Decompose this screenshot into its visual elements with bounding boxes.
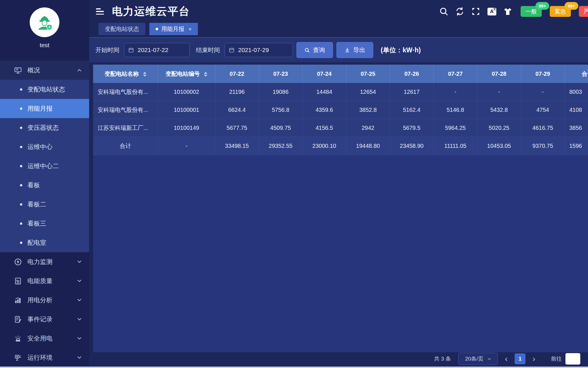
sidebar-item-label: 事件记录 bbox=[27, 315, 53, 324]
fullscreen-icon[interactable] bbox=[471, 7, 481, 16]
sidebar-item-dashboard-2[interactable]: 看板二 bbox=[0, 195, 89, 214]
calendar-icon bbox=[229, 47, 234, 53]
value-cell: 5020.25 bbox=[477, 119, 521, 137]
value-cell: 19448.80 bbox=[346, 137, 390, 155]
search-icon[interactable] bbox=[439, 7, 449, 16]
energy-report-table: 变配电站名称 变配电站编号 07-22 07-23 07-24 07-25 07… bbox=[93, 65, 588, 155]
chevron-down-icon bbox=[77, 337, 82, 340]
value-cell: 5432.8 bbox=[477, 101, 521, 119]
column-label: 变配电站编号 bbox=[166, 71, 200, 77]
language-icon[interactable]: A 文 bbox=[487, 7, 497, 16]
goto-page-input[interactable] bbox=[565, 353, 580, 365]
value-cell: 12617 bbox=[390, 83, 434, 101]
pagination: 共 3 条 20条/页 ‹ 1 › 前往 bbox=[434, 352, 580, 365]
bullet-icon bbox=[20, 88, 22, 91]
sidebar-item-distribution-room[interactable]: 配电室 bbox=[0, 233, 89, 252]
total-value-cell: 3856 bbox=[565, 119, 588, 137]
value-cell: 4754 bbox=[521, 101, 565, 119]
filter-toolbar: 开始时间 2021-07-22 结束时间 2021-07-29 查询 bbox=[89, 37, 588, 62]
chevron-down-icon bbox=[77, 356, 82, 359]
submenu-label: 看板二 bbox=[27, 200, 46, 209]
calendar-icon bbox=[128, 47, 134, 53]
sidebar-item-dashboard-3[interactable]: 看板三 bbox=[0, 214, 89, 233]
value-cell: 5964.25 bbox=[434, 119, 477, 137]
sidebar-item-ops-center-2[interactable]: 运维中心二 bbox=[0, 156, 89, 176]
chevron-down-icon bbox=[77, 279, 82, 283]
prev-page-arrow[interactable]: ‹ bbox=[505, 355, 507, 363]
table-row: 江苏安科瑞新工厂... 10100149 5677.75 4509.75 415… bbox=[93, 119, 588, 137]
alert-badge-general: 99+ bbox=[535, 2, 549, 10]
pagination-total: 共 3 条 bbox=[434, 355, 451, 363]
submenu-label: 运维中心二 bbox=[27, 162, 59, 170]
sidebar-item-transformer-status[interactable]: 变压器状态 bbox=[0, 118, 89, 137]
sort-carets-icon[interactable] bbox=[143, 72, 147, 77]
tab-label: 用能月报 bbox=[161, 25, 184, 33]
next-page-arrow[interactable]: › bbox=[533, 355, 535, 363]
sidebar-item-overview[interactable]: 概况 bbox=[0, 61, 89, 80]
end-time-label: 结束时间 bbox=[196, 46, 220, 54]
sidebar-item-power-monitoring[interactable]: 电力监测 bbox=[0, 252, 89, 271]
station-code-cell: 10100002 bbox=[158, 83, 215, 101]
value-cell: 11111.05 bbox=[434, 137, 477, 155]
theme-shirt-icon[interactable] bbox=[503, 7, 513, 16]
report-table-panel: 变配电站名称 变配电站编号 07-22 07-23 07-24 07-25 07… bbox=[93, 65, 588, 352]
tab-energy-monthly-report[interactable]: 用能月报 × bbox=[149, 23, 198, 35]
bottom-scrollbar-strip[interactable] bbox=[0, 367, 588, 368]
column-header-date: 07-24 bbox=[302, 65, 346, 83]
query-button[interactable]: 查询 bbox=[296, 42, 333, 58]
tab-close-icon[interactable]: × bbox=[188, 26, 192, 32]
sidebar-item-consumption-analysis[interactable]: 用电分析 bbox=[0, 291, 89, 310]
alarm-siren-icon bbox=[14, 334, 22, 343]
page-size-select[interactable]: 20条/页 bbox=[458, 353, 498, 365]
table-total-row: 合计 - 33498.15 29352.55 23000.10 19448.80… bbox=[93, 137, 588, 155]
alert-button-urgent[interactable]: 紧急 99+ bbox=[550, 6, 571, 17]
bullet-icon bbox=[20, 203, 22, 206]
sidebar-item-dashboard[interactable]: 看板 bbox=[0, 176, 89, 195]
value-cell: 3852.8 bbox=[346, 101, 390, 119]
sidebar-item-energy-monthly-report[interactable]: 用能月报 bbox=[0, 99, 89, 118]
sidebar-item-ops-center[interactable]: 运维中心 bbox=[0, 137, 89, 156]
sidebar-item-event-records[interactable]: 事件记录 bbox=[0, 310, 89, 329]
value-cell: 12654 bbox=[346, 83, 390, 101]
value-cell: 4616.75 bbox=[521, 119, 565, 137]
column-header-station-name[interactable]: 变配电站名称 bbox=[93, 65, 158, 83]
start-date-input[interactable]: 2021-07-22 bbox=[124, 43, 190, 57]
bullet-icon bbox=[20, 242, 22, 244]
sort-carets-icon[interactable] bbox=[204, 72, 207, 77]
sidebar-item-power-quality[interactable]: 电能质量 bbox=[0, 271, 89, 291]
value-cell: 14484 bbox=[302, 83, 346, 101]
column-header-station-code[interactable]: 变配电站编号 bbox=[158, 65, 215, 83]
tab-substation-status[interactable]: 变配电站状态 bbox=[99, 23, 145, 35]
sidebar-item-substation-status[interactable]: 变配电站状态 bbox=[0, 80, 89, 99]
column-header-date: 07-25 bbox=[346, 65, 390, 83]
value-cell: 5146.8 bbox=[434, 101, 477, 119]
value-cell: 23000.10 bbox=[302, 137, 346, 155]
submenu-label: 变压器状态 bbox=[27, 124, 59, 132]
menu-collapse-icon[interactable] bbox=[96, 8, 105, 15]
value-cell: 19086 bbox=[259, 83, 302, 101]
chevron-down-icon bbox=[77, 260, 82, 263]
sidebar-item-label: 运行环境 bbox=[27, 353, 53, 362]
station-name-cell: 安科瑞电气股份有... bbox=[93, 101, 158, 119]
export-button[interactable]: 导出 bbox=[336, 42, 373, 58]
chevron-down-icon bbox=[77, 318, 82, 321]
value-cell: - bbox=[477, 83, 521, 101]
end-date-input[interactable]: 2021-07-29 bbox=[224, 43, 293, 57]
sidebar-item-safe-electricity[interactable]: 安全用电 bbox=[0, 329, 89, 348]
value-cell: 23458.90 bbox=[390, 137, 434, 155]
value-cell: 5679.5 bbox=[390, 119, 434, 137]
alert-label: 严重 bbox=[584, 8, 588, 15]
alert-button-severe[interactable]: 严重 1 bbox=[579, 6, 588, 17]
column-header-date: 07-28 bbox=[477, 65, 521, 83]
alert-badge-urgent: 99+ bbox=[565, 2, 578, 10]
refresh-icon[interactable] bbox=[455, 7, 465, 16]
submenu-label: 看板 bbox=[27, 181, 40, 190]
alert-button-general[interactable]: 一般 99+ bbox=[521, 6, 542, 17]
sidebar-item-label: 概况 bbox=[27, 66, 40, 75]
end-date-value: 2021-07-29 bbox=[238, 47, 269, 53]
submenu-label: 用能月报 bbox=[27, 104, 53, 113]
tab-bar: 变配电站状态 用能月报 × bbox=[99, 23, 198, 35]
table-header-row: 变配电站名称 变配电站编号 07-22 07-23 07-24 07-25 07… bbox=[93, 65, 588, 83]
page-number-button[interactable]: 1 bbox=[515, 353, 525, 364]
sidebar-item-operating-environment[interactable]: 运行环境 bbox=[0, 348, 89, 367]
